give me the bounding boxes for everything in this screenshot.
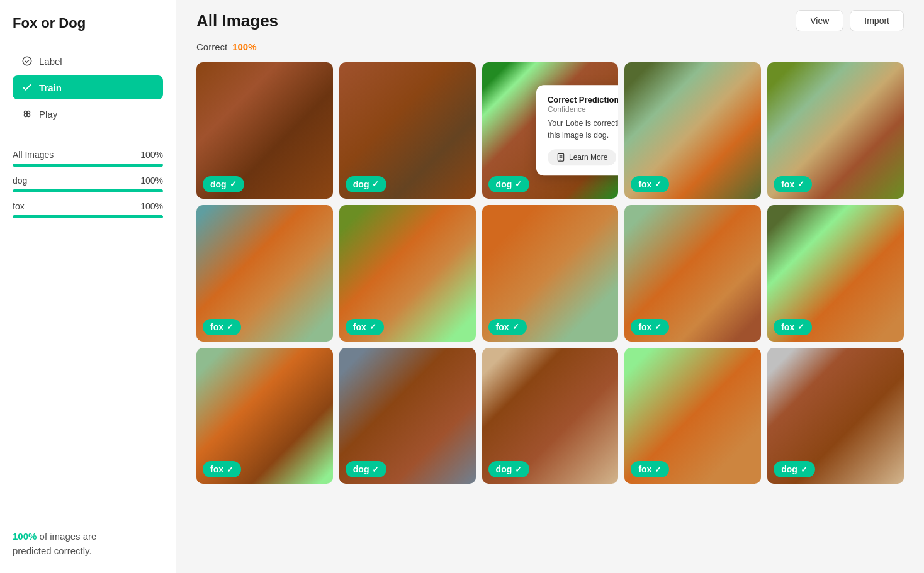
image-card[interactable]: fox ✓ — [767, 62, 904, 199]
content-area: Correct 100% dog ✓ dog ✓ dog — [176, 42, 924, 504]
image-label: fox ✓ — [488, 319, 527, 335]
image-card[interactable]: fox ✓ — [624, 348, 761, 484]
topbar-buttons: View Import — [796, 10, 904, 31]
stat-dog[interactable]: dog 100% — [13, 175, 163, 192]
image-card[interactable]: fox ✓ — [624, 205, 761, 342]
image-label: fox ✓ — [346, 319, 384, 335]
image-card[interactable]: fox ✓ — [196, 205, 333, 342]
image-card[interactable]: fox ✓ — [767, 205, 904, 342]
check-icon: ✓ — [369, 322, 376, 331]
image-card[interactable]: fox ✓ — [339, 205, 476, 342]
view-button[interactable]: View — [796, 10, 843, 31]
sidebar-play-text: Play — [39, 109, 57, 120]
stat-dog-pct: 100% — [140, 175, 163, 186]
image-label: dog ✓ — [774, 461, 815, 477]
image-label: fox ✓ — [631, 461, 669, 477]
sidebar-item-train[interactable]: Train — [13, 75, 163, 99]
stat-all-images[interactable]: All Images 100% — [13, 150, 163, 167]
image-label: fox ✓ — [631, 319, 669, 335]
check-icon: ✓ — [515, 179, 522, 189]
stat-all-images-pct: 100% — [140, 150, 163, 160]
image-card[interactable]: fox ✓ — [196, 348, 333, 484]
check-icon: ✓ — [655, 322, 662, 331]
image-card[interactable]: dog ✓ — [339, 348, 476, 484]
stat-dog-label: dog — [13, 175, 27, 186]
image-card[interactable]: dog ✓ — [482, 348, 619, 484]
image-label: dog ✓ — [346, 176, 387, 192]
tooltip-title: Correct Prediction — [548, 96, 618, 105]
sidebar-footer: 100% of images arepredicted correctly. — [13, 511, 163, 558]
doc-icon — [556, 153, 565, 162]
stat-fox-label: fox — [13, 201, 25, 211]
sidebar-item-play[interactable]: Play — [13, 102, 163, 126]
prediction-tooltip: Correct Prediction 100% Confidence Your … — [536, 86, 618, 176]
check-icon: ✓ — [512, 322, 519, 331]
tooltip-header: Correct Prediction 100% Confidence — [548, 96, 618, 114]
train-icon — [21, 82, 33, 93]
app-title: Fox or Dog — [13, 15, 163, 31]
check-icon: ✓ — [801, 465, 808, 474]
stat-fox-pct: 100% — [140, 201, 163, 211]
svg-point-4 — [27, 114, 30, 117]
image-label: dog ✓ — [203, 176, 244, 192]
stat-dog-bar — [13, 189, 163, 192]
svg-point-0 — [23, 57, 31, 65]
check-icon: ✓ — [372, 179, 379, 189]
topbar: All Images View Import — [176, 0, 924, 42]
image-card[interactable]: dog ✓ — [339, 62, 476, 199]
check-icon: ✓ — [227, 322, 234, 331]
label-icon — [21, 55, 33, 67]
correct-bar: Correct 100% — [196, 42, 904, 52]
sidebar-label-text: Label — [39, 56, 62, 67]
check-icon: ✓ — [797, 322, 804, 331]
footer-highlight: 100% — [13, 531, 37, 542]
check-icon: ✓ — [655, 179, 662, 189]
learn-more-label: Learn More — [569, 153, 607, 162]
sidebar-train-text: Train — [39, 82, 62, 93]
image-label: dog ✓ — [488, 176, 530, 192]
stat-fox-bar — [13, 215, 163, 218]
image-label: fox ✓ — [203, 461, 241, 477]
stat-all-images-bar — [13, 164, 163, 167]
sidebar: Fox or Dog Label Train Pla — [0, 0, 176, 573]
image-label: dog ✓ — [346, 461, 387, 477]
check-icon: ✓ — [230, 179, 237, 189]
image-card[interactable]: dog ✓ — [196, 62, 333, 199]
check-icon: ✓ — [515, 465, 522, 474]
page-title: All Images — [196, 11, 278, 31]
import-button[interactable]: Import — [850, 10, 904, 31]
stat-all-images-label: All Images — [13, 150, 54, 160]
image-label: fox ✓ — [631, 176, 669, 192]
check-icon: ✓ — [227, 465, 234, 474]
check-icon: ✓ — [655, 465, 662, 474]
image-card[interactable]: fox ✓ — [624, 62, 761, 199]
image-card-with-tooltip[interactable]: dog ✓ Correct Prediction 100% Confidence… — [482, 62, 619, 199]
sidebar-item-label[interactable]: Label — [13, 49, 163, 73]
check-icon: ✓ — [797, 179, 804, 189]
correct-pct: 100% — [232, 42, 256, 52]
image-card[interactable]: dog ✓ — [767, 348, 904, 484]
main-content: All Images View Import Correct 100% dog … — [176, 0, 924, 573]
image-grid: dog ✓ dog ✓ dog ✓ Correct P — [196, 62, 904, 484]
learn-more-button[interactable]: Learn More — [548, 149, 616, 165]
image-card[interactable]: fox ✓ — [482, 205, 619, 342]
image-label: fox ✓ — [203, 319, 241, 335]
image-label: fox ✓ — [774, 319, 812, 335]
correct-label: Correct — [196, 42, 227, 52]
image-label: dog ✓ — [488, 461, 530, 477]
stat-fox[interactable]: fox 100% — [13, 201, 163, 218]
check-icon: ✓ — [372, 465, 379, 474]
tooltip-body: Your Lobe is correctly predicting this i… — [548, 118, 618, 142]
play-icon — [21, 108, 33, 120]
image-label: fox ✓ — [774, 176, 812, 192]
